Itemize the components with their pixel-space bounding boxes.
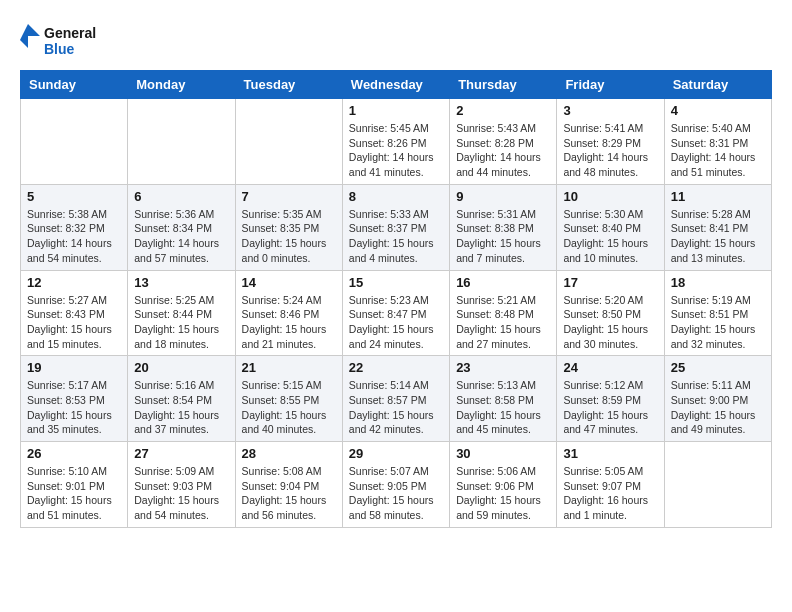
day-number: 29 xyxy=(349,446,443,461)
weekday-header-monday: Monday xyxy=(128,71,235,99)
day-number: 14 xyxy=(242,275,336,290)
calendar-week-row: 1Sunrise: 5:45 AM Sunset: 8:26 PM Daylig… xyxy=(21,99,772,185)
day-number: 2 xyxy=(456,103,550,118)
day-info: Sunrise: 5:23 AM Sunset: 8:47 PM Dayligh… xyxy=(349,293,443,352)
calendar-week-row: 5Sunrise: 5:38 AM Sunset: 8:32 PM Daylig… xyxy=(21,184,772,270)
weekday-header-saturday: Saturday xyxy=(664,71,771,99)
day-number: 3 xyxy=(563,103,657,118)
calendar-cell: 22Sunrise: 5:14 AM Sunset: 8:57 PM Dayli… xyxy=(342,356,449,442)
day-number: 18 xyxy=(671,275,765,290)
day-number: 28 xyxy=(242,446,336,461)
day-info: Sunrise: 5:40 AM Sunset: 8:31 PM Dayligh… xyxy=(671,121,765,180)
day-info: Sunrise: 5:11 AM Sunset: 9:00 PM Dayligh… xyxy=(671,378,765,437)
day-info: Sunrise: 5:16 AM Sunset: 8:54 PM Dayligh… xyxy=(134,378,228,437)
calendar-cell: 1Sunrise: 5:45 AM Sunset: 8:26 PM Daylig… xyxy=(342,99,449,185)
calendar-cell: 17Sunrise: 5:20 AM Sunset: 8:50 PM Dayli… xyxy=(557,270,664,356)
day-info: Sunrise: 5:35 AM Sunset: 8:35 PM Dayligh… xyxy=(242,207,336,266)
day-info: Sunrise: 5:28 AM Sunset: 8:41 PM Dayligh… xyxy=(671,207,765,266)
day-info: Sunrise: 5:05 AM Sunset: 9:07 PM Dayligh… xyxy=(563,464,657,523)
svg-text:General: General xyxy=(44,25,96,41)
day-info: Sunrise: 5:13 AM Sunset: 8:58 PM Dayligh… xyxy=(456,378,550,437)
calendar-cell: 13Sunrise: 5:25 AM Sunset: 8:44 PM Dayli… xyxy=(128,270,235,356)
svg-marker-0 xyxy=(20,24,40,48)
calendar-cell: 2Sunrise: 5:43 AM Sunset: 8:28 PM Daylig… xyxy=(450,99,557,185)
day-number: 12 xyxy=(27,275,121,290)
day-number: 20 xyxy=(134,360,228,375)
day-number: 22 xyxy=(349,360,443,375)
calendar-cell: 28Sunrise: 5:08 AM Sunset: 9:04 PM Dayli… xyxy=(235,442,342,528)
day-number: 8 xyxy=(349,189,443,204)
day-info: Sunrise: 5:31 AM Sunset: 8:38 PM Dayligh… xyxy=(456,207,550,266)
day-info: Sunrise: 5:24 AM Sunset: 8:46 PM Dayligh… xyxy=(242,293,336,352)
day-info: Sunrise: 5:17 AM Sunset: 8:53 PM Dayligh… xyxy=(27,378,121,437)
day-number: 6 xyxy=(134,189,228,204)
calendar-cell xyxy=(21,99,128,185)
logo-svg: GeneralBlue xyxy=(20,20,100,60)
calendar-cell xyxy=(235,99,342,185)
day-number: 9 xyxy=(456,189,550,204)
page-header: GeneralBlue xyxy=(20,20,772,60)
calendar-cell xyxy=(128,99,235,185)
calendar-cell: 7Sunrise: 5:35 AM Sunset: 8:35 PM Daylig… xyxy=(235,184,342,270)
day-info: Sunrise: 5:21 AM Sunset: 8:48 PM Dayligh… xyxy=(456,293,550,352)
day-number: 4 xyxy=(671,103,765,118)
day-info: Sunrise: 5:36 AM Sunset: 8:34 PM Dayligh… xyxy=(134,207,228,266)
day-info: Sunrise: 5:43 AM Sunset: 8:28 PM Dayligh… xyxy=(456,121,550,180)
calendar-week-row: 12Sunrise: 5:27 AM Sunset: 8:43 PM Dayli… xyxy=(21,270,772,356)
calendar-cell: 26Sunrise: 5:10 AM Sunset: 9:01 PM Dayli… xyxy=(21,442,128,528)
day-number: 25 xyxy=(671,360,765,375)
calendar-cell: 9Sunrise: 5:31 AM Sunset: 8:38 PM Daylig… xyxy=(450,184,557,270)
day-info: Sunrise: 5:30 AM Sunset: 8:40 PM Dayligh… xyxy=(563,207,657,266)
calendar-cell: 6Sunrise: 5:36 AM Sunset: 8:34 PM Daylig… xyxy=(128,184,235,270)
day-info: Sunrise: 5:09 AM Sunset: 9:03 PM Dayligh… xyxy=(134,464,228,523)
day-info: Sunrise: 5:19 AM Sunset: 8:51 PM Dayligh… xyxy=(671,293,765,352)
calendar-cell: 20Sunrise: 5:16 AM Sunset: 8:54 PM Dayli… xyxy=(128,356,235,442)
calendar-cell: 11Sunrise: 5:28 AM Sunset: 8:41 PM Dayli… xyxy=(664,184,771,270)
calendar-cell: 25Sunrise: 5:11 AM Sunset: 9:00 PM Dayli… xyxy=(664,356,771,442)
day-number: 21 xyxy=(242,360,336,375)
calendar-cell: 3Sunrise: 5:41 AM Sunset: 8:29 PM Daylig… xyxy=(557,99,664,185)
day-number: 11 xyxy=(671,189,765,204)
day-info: Sunrise: 5:45 AM Sunset: 8:26 PM Dayligh… xyxy=(349,121,443,180)
day-number: 1 xyxy=(349,103,443,118)
day-info: Sunrise: 5:20 AM Sunset: 8:50 PM Dayligh… xyxy=(563,293,657,352)
day-info: Sunrise: 5:06 AM Sunset: 9:06 PM Dayligh… xyxy=(456,464,550,523)
calendar-cell: 16Sunrise: 5:21 AM Sunset: 8:48 PM Dayli… xyxy=(450,270,557,356)
calendar-week-row: 19Sunrise: 5:17 AM Sunset: 8:53 PM Dayli… xyxy=(21,356,772,442)
weekday-header-sunday: Sunday xyxy=(21,71,128,99)
day-info: Sunrise: 5:14 AM Sunset: 8:57 PM Dayligh… xyxy=(349,378,443,437)
calendar-cell: 21Sunrise: 5:15 AM Sunset: 8:55 PM Dayli… xyxy=(235,356,342,442)
day-number: 23 xyxy=(456,360,550,375)
day-info: Sunrise: 5:41 AM Sunset: 8:29 PM Dayligh… xyxy=(563,121,657,180)
calendar-week-row: 26Sunrise: 5:10 AM Sunset: 9:01 PM Dayli… xyxy=(21,442,772,528)
calendar-cell: 15Sunrise: 5:23 AM Sunset: 8:47 PM Dayli… xyxy=(342,270,449,356)
day-info: Sunrise: 5:10 AM Sunset: 9:01 PM Dayligh… xyxy=(27,464,121,523)
day-info: Sunrise: 5:12 AM Sunset: 8:59 PM Dayligh… xyxy=(563,378,657,437)
weekday-header-wednesday: Wednesday xyxy=(342,71,449,99)
calendar-cell: 4Sunrise: 5:40 AM Sunset: 8:31 PM Daylig… xyxy=(664,99,771,185)
calendar-cell: 23Sunrise: 5:13 AM Sunset: 8:58 PM Dayli… xyxy=(450,356,557,442)
day-number: 26 xyxy=(27,446,121,461)
calendar-cell: 8Sunrise: 5:33 AM Sunset: 8:37 PM Daylig… xyxy=(342,184,449,270)
day-number: 19 xyxy=(27,360,121,375)
logo: GeneralBlue xyxy=(20,20,100,60)
day-number: 10 xyxy=(563,189,657,204)
day-number: 27 xyxy=(134,446,228,461)
calendar-cell xyxy=(664,442,771,528)
day-info: Sunrise: 5:15 AM Sunset: 8:55 PM Dayligh… xyxy=(242,378,336,437)
calendar-cell: 31Sunrise: 5:05 AM Sunset: 9:07 PM Dayli… xyxy=(557,442,664,528)
day-info: Sunrise: 5:27 AM Sunset: 8:43 PM Dayligh… xyxy=(27,293,121,352)
calendar-cell: 27Sunrise: 5:09 AM Sunset: 9:03 PM Dayli… xyxy=(128,442,235,528)
day-number: 17 xyxy=(563,275,657,290)
svg-text:Blue: Blue xyxy=(44,41,75,57)
calendar-cell: 29Sunrise: 5:07 AM Sunset: 9:05 PM Dayli… xyxy=(342,442,449,528)
day-number: 13 xyxy=(134,275,228,290)
day-info: Sunrise: 5:25 AM Sunset: 8:44 PM Dayligh… xyxy=(134,293,228,352)
day-number: 24 xyxy=(563,360,657,375)
day-number: 30 xyxy=(456,446,550,461)
weekday-header-thursday: Thursday xyxy=(450,71,557,99)
day-number: 16 xyxy=(456,275,550,290)
calendar-cell: 19Sunrise: 5:17 AM Sunset: 8:53 PM Dayli… xyxy=(21,356,128,442)
calendar-cell: 5Sunrise: 5:38 AM Sunset: 8:32 PM Daylig… xyxy=(21,184,128,270)
calendar-cell: 24Sunrise: 5:12 AM Sunset: 8:59 PM Dayli… xyxy=(557,356,664,442)
